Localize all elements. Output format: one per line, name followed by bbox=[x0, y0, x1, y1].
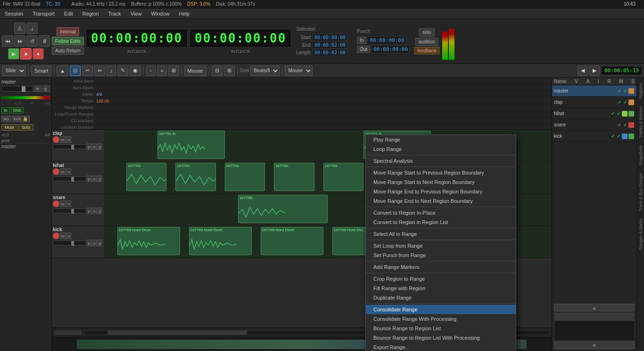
kick-region-1[interactable]: 167769-Nord Drum bbox=[117, 227, 180, 255]
zoom-out-button[interactable]: − bbox=[146, 66, 156, 76]
menu-help[interactable]: Help bbox=[174, 10, 195, 17]
ctx-loop-range[interactable]: Loop Range bbox=[366, 144, 516, 154]
grid-select[interactable]: Beats/8 bbox=[250, 66, 280, 76]
feedback-button[interactable]: feedback bbox=[414, 47, 439, 54]
clap-g-btn[interactable]: g bbox=[98, 143, 102, 150]
hihat-g-btn[interactable]: g bbox=[98, 176, 102, 182]
punch-out-button[interactable]: Out bbox=[357, 46, 370, 53]
auto-return-button[interactable]: Auto Return bbox=[52, 46, 83, 55]
punch-in-button[interactable]: In bbox=[357, 37, 366, 44]
master-fader[interactable] bbox=[1, 86, 33, 92]
panic-button[interactable]: ⚠ bbox=[14, 23, 25, 34]
master-solo-btn[interactable]: Solo bbox=[18, 124, 33, 131]
track-bus-groups-tab[interactable]: Track & Bus Groups bbox=[637, 170, 644, 215]
edit-mode-select[interactable]: Slide bbox=[2, 66, 26, 76]
hihat-region-1[interactable]: 167793- bbox=[126, 163, 167, 191]
rewind-button[interactable]: ⏮ bbox=[2, 35, 13, 47]
stop-button[interactable]: ■ bbox=[20, 48, 32, 59]
skip-back-button[interactable]: ⏸ bbox=[39, 35, 50, 47]
kick-p-btn[interactable]: p bbox=[87, 240, 91, 246]
regions-tab[interactable]: Regions bbox=[637, 80, 644, 102]
ctx-fill[interactable]: Fill Range with Region bbox=[366, 284, 516, 293]
menu-window[interactable]: Window bbox=[146, 10, 174, 17]
snare-rec-btn[interactable] bbox=[53, 201, 59, 207]
track-list-master[interactable]: master ✓ ✓ bbox=[552, 85, 636, 97]
snare-a-btn[interactable]: a bbox=[92, 208, 97, 214]
ctx-consolidate-processing[interactable]: Consolidate Range With Processing bbox=[366, 314, 516, 324]
ctx-move-end-next[interactable]: Move Range End to Next Region Boundary bbox=[366, 196, 516, 206]
kick-rec-btn[interactable] bbox=[53, 233, 59, 239]
kick-g-btn[interactable]: g bbox=[98, 240, 102, 246]
snap-toggle[interactable]: ⊟ bbox=[212, 66, 223, 76]
snare-m-btn[interactable]: m bbox=[60, 201, 66, 207]
h-scrollbar-thumb[interactable] bbox=[107, 331, 247, 334]
master-lock-btn[interactable]: lock 🔒 bbox=[12, 116, 30, 122]
snap-mode[interactable]: ⊞ bbox=[224, 66, 235, 76]
master-disk-btn[interactable]: Disk bbox=[11, 107, 24, 114]
ctx-consolidate[interactable]: Consolidate Range bbox=[366, 305, 516, 314]
master-in-btn[interactable]: In bbox=[1, 107, 10, 114]
ctx-bounce-list-processing[interactable]: Bounce Range to Region List With Process… bbox=[366, 333, 516, 343]
clap-rec-btn[interactable] bbox=[53, 136, 59, 143]
primary-clock[interactable]: 00:00:00:00 bbox=[86, 29, 188, 48]
ctx-convert-list[interactable]: Convert to Region in Region List bbox=[366, 217, 516, 227]
hihat-region-3[interactable]: 167793- bbox=[225, 163, 265, 191]
hihat-m-btn[interactable]: m bbox=[60, 168, 66, 175]
ctx-convert-inplace[interactable]: Convert to Region In-Place bbox=[366, 208, 516, 217]
loop-button[interactable]: ↺ bbox=[26, 35, 38, 47]
clap-fader[interactable] bbox=[53, 144, 86, 149]
hihat-region-5[interactable]: 167793- bbox=[323, 163, 364, 191]
snare-g-btn[interactable]: g bbox=[98, 208, 102, 214]
mouse2-select[interactable]: Mouse bbox=[285, 66, 313, 76]
track-list-kick[interactable]: kick ✓ ✓ bbox=[552, 131, 636, 142]
clap-s-btn[interactable]: s bbox=[66, 136, 71, 143]
snare-region-1[interactable]: 167768- bbox=[238, 195, 328, 223]
master-iso-btn[interactable]: iso bbox=[1, 116, 11, 122]
menu-view[interactable]: View bbox=[126, 10, 147, 17]
internal-button[interactable]: Internal bbox=[57, 27, 79, 36]
clap-m-btn[interactable]: m bbox=[60, 136, 66, 143]
ctx-move-end-prev[interactable]: Move Range End to Previous Region Bounda… bbox=[366, 187, 516, 196]
scroll-up-btn[interactable]: ▲ bbox=[554, 304, 635, 311]
select-tool[interactable]: ▲ bbox=[57, 66, 68, 76]
play-button[interactable]: ▶ bbox=[8, 48, 19, 59]
menu-session[interactable]: Session bbox=[0, 10, 28, 17]
kick-region-3[interactable]: 167769-Nord Drum bbox=[261, 227, 323, 255]
clap-p-btn[interactable]: p bbox=[87, 143, 91, 150]
audition-button[interactable]: audition bbox=[415, 38, 438, 46]
menu-region[interactable]: Region bbox=[78, 10, 104, 17]
track-list-clap[interactable]: clap ✓ ✓ bbox=[552, 97, 636, 108]
ctx-spectral[interactable]: Spectral Analysis bbox=[366, 156, 516, 166]
kick-m-btn[interactable]: m bbox=[60, 233, 66, 239]
ctx-bounce-list[interactable]: Bounce Range to Region List bbox=[366, 324, 516, 333]
menu-edit[interactable]: Edit bbox=[59, 10, 78, 17]
menu-track[interactable]: Track bbox=[104, 10, 126, 17]
master-m-btn[interactable]: m bbox=[34, 85, 41, 92]
kick-a-btn[interactable]: a bbox=[92, 240, 97, 246]
cut-tool[interactable]: ✂ bbox=[82, 66, 93, 76]
ctx-move-start-prev[interactable]: Move Range Start to Previous Region Boun… bbox=[366, 168, 516, 177]
ctx-move-start-next[interactable]: Move Range Start to Next Region Boundary bbox=[366, 177, 516, 187]
fast-forward-button[interactable]: ⏭ bbox=[14, 35, 25, 47]
master-mute-btn[interactable]: Mute bbox=[1, 124, 17, 131]
master-g-btn[interactable]: g bbox=[42, 85, 50, 92]
track-list-hihat[interactable]: hihat ✓ ✓ bbox=[552, 108, 636, 119]
ctx-play-range[interactable]: Play Range bbox=[366, 135, 516, 144]
hihat-rec-btn[interactable] bbox=[53, 168, 59, 175]
v-scroll-thumb[interactable] bbox=[554, 313, 634, 321]
ctx-crop[interactable]: Crop Region to Range bbox=[366, 274, 516, 284]
hihat-s-btn[interactable]: s bbox=[66, 168, 71, 175]
record-button[interactable]: ● bbox=[33, 48, 44, 59]
menu-transport[interactable]: Transport bbox=[28, 10, 59, 17]
v-scroll-track[interactable] bbox=[554, 312, 635, 341]
secondary-clock[interactable]: 00:00:00:00 bbox=[190, 29, 291, 48]
clap-a-btn[interactable]: a bbox=[92, 143, 97, 150]
record-tool[interactable]: ◉ bbox=[130, 66, 141, 76]
ctx-duplicate[interactable]: Duplicate Range bbox=[366, 293, 516, 302]
scroll-down-btn[interactable]: ▼ bbox=[554, 342, 635, 349]
ctx-set-loop[interactable]: Set Loop from Range bbox=[366, 241, 516, 251]
hihat-region-4[interactable]: 167793- bbox=[274, 163, 314, 191]
solo-button[interactable]: solo bbox=[419, 28, 434, 37]
ctx-set-punch[interactable]: Set Punch from Range bbox=[366, 251, 516, 260]
hihat-fader[interactable] bbox=[53, 176, 86, 181]
